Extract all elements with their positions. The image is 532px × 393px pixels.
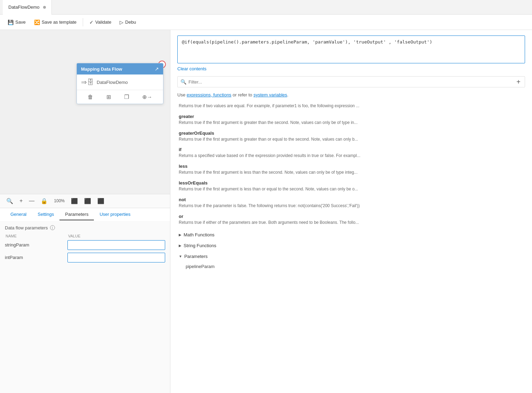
tab-general[interactable]: General: [5, 209, 32, 220]
debug-button[interactable]: ▷ Debu: [116, 18, 139, 26]
filter-input[interactable]: [188, 79, 515, 85]
filter-search-icon: 🔍: [180, 79, 186, 85]
clone-node-btn[interactable]: ⊞: [104, 93, 113, 101]
function-item-lessorequals: lessOrEquals Returns true if the first a…: [179, 180, 524, 192]
expression-editor[interactable]: @if(equals(pipeline().parameters.pipelin…: [177, 36, 525, 63]
debug-label: Debu: [125, 19, 136, 25]
system-variables-link[interactable]: system variables: [253, 92, 287, 97]
filter-add-button[interactable]: +: [515, 78, 522, 86]
function-item-less: less Returns true if the first argument …: [179, 164, 524, 175]
math-functions-arrow: ▶: [179, 233, 182, 237]
split-view-btn[interactable]: ⬛: [96, 197, 106, 205]
function-item-0: Returns true if two values are equal. Fo…: [179, 103, 524, 109]
use-text: Use: [177, 92, 187, 97]
parameters-section-label: Parameters: [184, 254, 208, 259]
param-row-intparam: intParam: [5, 253, 165, 262]
expressions-functions-link[interactable]: expressions, functions: [187, 92, 232, 97]
function-name-if: if: [179, 147, 524, 152]
filter-bar: 🔍 +: [177, 76, 525, 87]
save-template-label: Save as template: [42, 19, 76, 25]
param-value-stringparam[interactable]: [67, 240, 165, 250]
validate-icon: ✓: [89, 19, 94, 25]
tab-parameters[interactable]: Parameters: [59, 209, 94, 220]
add-activity-btn[interactable]: +: [18, 197, 24, 205]
validate-label: Validate: [95, 19, 111, 25]
left-panel: Mapping Data Flow ↗ ⇒🗄 DataFlowDemo 🗑 ⊞ …: [0, 30, 170, 393]
canvas-toolbar: 🔍 + — 🔒 100% ⬛ ⬛ ⬛: [0, 194, 170, 208]
param-value-intparam[interactable]: [67, 253, 165, 262]
period: .: [287, 92, 289, 97]
function-desc-greaterorequals: Returns true if the first argument is gr…: [179, 136, 524, 142]
function-item-or: or Returns true if either of the paramet…: [179, 214, 524, 226]
function-name-greater: greater: [179, 114, 524, 119]
tab-label: DataFlowDemo: [8, 5, 40, 10]
tab-settings[interactable]: Settings: [32, 209, 59, 220]
function-item-if: if Returns a specified value based on if…: [179, 147, 524, 159]
parameters-arrow: ▼: [179, 254, 182, 258]
refer-text: or refer to: [231, 92, 253, 97]
bottom-tabs: General Settings Parameters User propert…: [0, 208, 170, 221]
save-template-button[interactable]: 🔀 Save as template: [31, 18, 80, 26]
string-functions-label: String Functions: [184, 243, 216, 248]
parameters-section[interactable]: ▼ Parameters: [179, 252, 524, 261]
params-table: NAME VALUE stringParam intParam: [5, 234, 165, 262]
math-functions-label: Math Functions: [184, 232, 215, 237]
toolbar-divider-1: [83, 18, 83, 26]
clear-contents-link[interactable]: Clear contents: [177, 66, 525, 71]
dataflow-icon: ⇒🗄: [81, 78, 94, 86]
pipeline-param-item[interactable]: pipelineParam: [179, 262, 524, 270]
fit-canvas-btn[interactable]: ⬛: [70, 197, 79, 205]
function-desc-greater: Returns true if the first argument is gr…: [179, 120, 524, 126]
remove-activity-btn[interactable]: —: [27, 197, 36, 205]
params-panel: Data flow parameters i NAME VALUE string…: [0, 221, 170, 393]
function-list: Returns true if two values are equal. Fo…: [177, 103, 525, 270]
function-desc-or: Returns true if either of the parameters…: [179, 220, 524, 226]
right-panel: @if(equals(pipeline().parameters.pipelin…: [170, 30, 532, 393]
node-open-icon[interactable]: ↗: [155, 66, 159, 72]
params-title: Data flow parameters: [5, 225, 48, 230]
tab-dataflowdemo[interactable]: DataFlowDemo: [3, 0, 52, 15]
function-desc-0: Returns true if two values are equal. Fo…: [179, 103, 524, 109]
function-item-greaterorequals: greaterOrEquals Returns true if the firs…: [179, 131, 524, 142]
save-label: Save: [15, 19, 26, 25]
mapping-dataflow-node[interactable]: Mapping Data Flow ↗ ⇒🗄 DataFlowDemo 🗑 ⊞ …: [76, 63, 163, 104]
params-header: Data flow parameters i: [5, 225, 165, 230]
validate-button[interactable]: ✓ Validate: [86, 18, 115, 26]
save-button[interactable]: 💾 Save: [4, 18, 29, 26]
function-item-not: not Returns true if the parameter is fal…: [179, 197, 524, 209]
main-area: Mapping Data Flow ↗ ⇒🗄 DataFlowDemo 🗑 ⊞ …: [0, 30, 532, 393]
node-body: ⇒🗄 DataFlowDemo: [77, 74, 163, 90]
param-name-intparam: intParam: [5, 255, 67, 260]
function-name-not: not: [179, 197, 524, 202]
zoom-100-btn[interactable]: 100%: [53, 198, 66, 204]
copy-node-btn[interactable]: ❐: [122, 93, 131, 101]
function-name-less: less: [179, 164, 524, 169]
add-downstream-btn[interactable]: ⊕→: [140, 93, 154, 101]
function-desc-not: Returns true if the parameter is false. …: [179, 203, 524, 209]
search-canvas-btn[interactable]: 🔍: [5, 197, 15, 205]
string-functions-section[interactable]: ▶ String Functions: [179, 241, 524, 250]
save-template-icon: 🔀: [34, 19, 40, 25]
function-desc-if: Returns a specified value based on if th…: [179, 153, 524, 159]
use-expressions-text: Use expressions, functions or refer to s…: [177, 92, 525, 97]
math-functions-section[interactable]: ▶ Math Functions: [179, 230, 524, 239]
params-table-header: NAME VALUE: [5, 234, 165, 238]
expression-value: @if(equals(pipeline().parameters.pipelin…: [182, 39, 432, 45]
lock-canvas-btn[interactable]: 🔒: [39, 197, 49, 205]
tab-bar: DataFlowDemo: [0, 0, 532, 15]
node-name-label: DataFlowDemo: [97, 80, 128, 85]
node-header: Mapping Data Flow ↗: [77, 63, 163, 74]
tab-user-properties[interactable]: User properties: [94, 209, 136, 220]
col-name-header: NAME: [6, 234, 68, 238]
delete-node-btn[interactable]: 🗑: [86, 93, 95, 101]
toolbar: 💾 Save 🔀 Save as template ✓ Validate ▷ D…: [0, 15, 532, 30]
function-item-greater: greater Returns true if the first argume…: [179, 114, 524, 126]
canvas-area[interactable]: Mapping Data Flow ↗ ⇒🗄 DataFlowDemo 🗑 ⊞ …: [0, 30, 170, 194]
string-functions-arrow: ▶: [179, 244, 182, 247]
node-type-label: Mapping Data Flow: [81, 66, 122, 72]
node-actions: 🗑 ⊞ ❐ ⊕→: [77, 90, 163, 104]
param-row-stringparam: stringParam: [5, 240, 165, 250]
params-info-icon[interactable]: i: [50, 225, 55, 230]
zoom-fit-btn[interactable]: ⬛: [83, 197, 92, 205]
function-desc-less: Returns true if the first argument is le…: [179, 170, 524, 175]
